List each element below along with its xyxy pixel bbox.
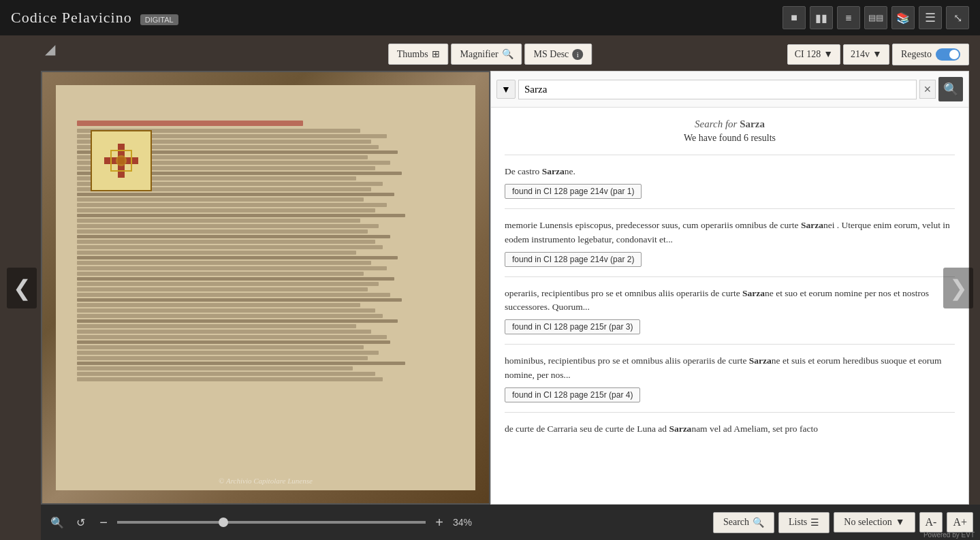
- magnifier-button[interactable]: Magnifier 🔍: [452, 44, 522, 65]
- result-link-1[interactable]: found in CI 128 page 214v (par 1): [505, 184, 642, 199]
- manuscript-text-area: [77, 118, 455, 471]
- search-btn-icon: 🔍: [753, 517, 764, 528]
- grid-columns-icon[interactable]: ▤▤: [864, 6, 887, 29]
- search-results: Search for Sarza We have found 6 results…: [491, 108, 968, 504]
- result-link-2[interactable]: found in CI 128 page 214v (par 2): [505, 252, 642, 267]
- result-text-1: De castro Sarzane.: [505, 165, 955, 178]
- chevron-down-icon-2: ▼: [872, 49, 882, 60]
- manuscript-page: © Archivio Capitolare Lunense: [56, 85, 476, 490]
- double-page-icon[interactable]: ▮▮: [810, 6, 833, 29]
- red-header: [77, 121, 304, 126]
- magnifier-label: Magnifier: [460, 49, 499, 60]
- image-viewer: © Archivio Capitolare Lunense: [41, 71, 490, 505]
- copyright-text: © Archivio Capitolare Lunense: [219, 477, 313, 485]
- search-btn-label: Search: [723, 517, 749, 528]
- header-icons: ■ ▮▮ ≣ ▤▤ 📚 ☰ ⤡: [783, 6, 969, 29]
- thumbs-button[interactable]: Thumbs ⊞: [388, 44, 449, 65]
- ms-desc-label: MS Desc: [534, 49, 569, 60]
- search-query-bold: Sarza: [740, 118, 765, 129]
- font-decrease-button[interactable]: A-: [919, 512, 943, 533]
- bottom-bar: 🔍 ↺ − + 34%: [41, 505, 490, 540]
- regesto-toggle[interactable]: [936, 48, 960, 61]
- thumbs-grid-icon: ⊞: [432, 48, 440, 60]
- search-header: Search for Sarza We have found 6 results: [505, 118, 955, 144]
- result-text-2: memorie Lunensis episcopus, predecessor …: [505, 219, 955, 247]
- app-title: Codice Pelavicino: [11, 9, 132, 26]
- search-collapse-button[interactable]: ▼: [496, 80, 516, 99]
- result-item-3: operariis, recipientibus pro se et omnib…: [505, 276, 955, 345]
- ci-dropdown[interactable]: CI 128 ▼: [787, 44, 840, 65]
- zoom-in-button[interactable]: +: [430, 513, 449, 532]
- nav-next-button[interactable]: ❯: [943, 268, 973, 308]
- illuminated-letter: [91, 130, 152, 191]
- result-link-4[interactable]: found in CI 128 page 215r (par 4): [505, 387, 640, 402]
- corner-arrow-tl: ◢: [45, 41, 55, 57]
- digital-badge: DIGITAL: [140, 14, 178, 25]
- page-dropdown[interactable]: 214v ▼: [843, 44, 889, 65]
- selection-button[interactable]: No selection ▼: [834, 512, 915, 533]
- search-clear-button[interactable]: ✕: [919, 80, 936, 99]
- result-item-5: de curte de Carraria seu de curte de Lun…: [505, 412, 955, 451]
- book-icon[interactable]: 📚: [891, 6, 915, 29]
- zoom-fit-button[interactable]: 🔍: [48, 513, 67, 532]
- page-label: 214v: [851, 49, 870, 60]
- ci-label: CI 128: [795, 49, 821, 60]
- lists-btn-label: Lists: [789, 517, 807, 528]
- search-panel: ▼ ✕ 🔍 Search for Sarza We have found 6 r…: [490, 71, 969, 505]
- info-icon: i: [572, 49, 583, 60]
- header-title: Codice Pelavicino DIGITAL: [11, 9, 178, 27]
- main-area: ◢ ◣ ◥ ◤ Thumbs ⊞ Magnifier 🔍 MS Desc i C…: [0, 35, 980, 540]
- zoom-reset-button[interactable]: ↺: [71, 513, 90, 532]
- result-text-4: hominibus, recipientibus pro se et omnib…: [505, 354, 955, 382]
- ms-desc-button[interactable]: MS Desc i: [525, 44, 592, 65]
- regesto-button[interactable]: Regesto: [892, 44, 969, 65]
- result-item-4: hominibus, recipientibus pro se et omnib…: [505, 344, 955, 412]
- menu-icon[interactable]: ☰: [919, 6, 942, 29]
- results-count: We have found 6 results: [505, 133, 955, 144]
- magnifier-icon: 🔍: [502, 48, 513, 60]
- regesto-label: Regesto: [901, 49, 932, 60]
- selection-label: No selection: [844, 517, 891, 528]
- search-input[interactable]: [518, 80, 917, 99]
- fullscreen-icon[interactable]: ⤡: [946, 6, 969, 29]
- selection-chevron-icon: ▼: [896, 517, 905, 528]
- manuscript-image: © Archivio Capitolare Lunense: [42, 72, 489, 503]
- zoom-slider[interactable]: [117, 521, 426, 524]
- nav-prev-button[interactable]: ❮: [7, 268, 37, 308]
- font-increase-button[interactable]: A+: [947, 512, 973, 533]
- cross-decoration-svg: [101, 140, 142, 181]
- right-toolbar: CI 128 ▼ 214v ▼ Regesto: [787, 44, 969, 65]
- result-text-5: de curte de Carraria seu de curte de Lun…: [505, 422, 955, 436]
- lists-button[interactable]: Lists ☰: [778, 512, 829, 533]
- result-item-1: De castro Sarzane. found in CI 128 page …: [505, 155, 955, 208]
- zoom-out-button[interactable]: −: [94, 513, 113, 532]
- result-link-3[interactable]: found in CI 128 page 215r (par 3): [505, 319, 640, 334]
- zoom-label: 34%: [453, 517, 484, 528]
- text-columns-icon[interactable]: ≣: [837, 6, 860, 29]
- result-text-3: operariis, recipientibus pro se et omnib…: [505, 287, 955, 315]
- lists-icon: ☰: [810, 517, 819, 528]
- svg-point-3: [116, 155, 127, 166]
- header: Codice Pelavicino DIGITAL ■ ▮▮ ≣ ▤▤ 📚 ☰ …: [0, 0, 980, 35]
- result-item-2: memorie Lunensis episcopus, predecessor …: [505, 208, 955, 276]
- chevron-down-icon: ▼: [823, 49, 833, 60]
- thumbs-label: Thumbs: [397, 49, 428, 60]
- bottom-right-bar: Search 🔍 Lists ☰ No selection ▼ A- A+: [490, 505, 980, 540]
- search-header-text: Search for Sarza: [505, 118, 955, 130]
- search-go-button[interactable]: 🔍: [938, 77, 963, 101]
- search-button[interactable]: Search 🔍: [713, 512, 774, 533]
- powered-by: Powered by EVT: [923, 531, 975, 539]
- search-bar: ▼ ✕ 🔍: [491, 72, 968, 108]
- toolbar: Thumbs ⊞ Magnifier 🔍 MS Desc i: [388, 44, 592, 65]
- single-page-icon[interactable]: ■: [783, 6, 806, 29]
